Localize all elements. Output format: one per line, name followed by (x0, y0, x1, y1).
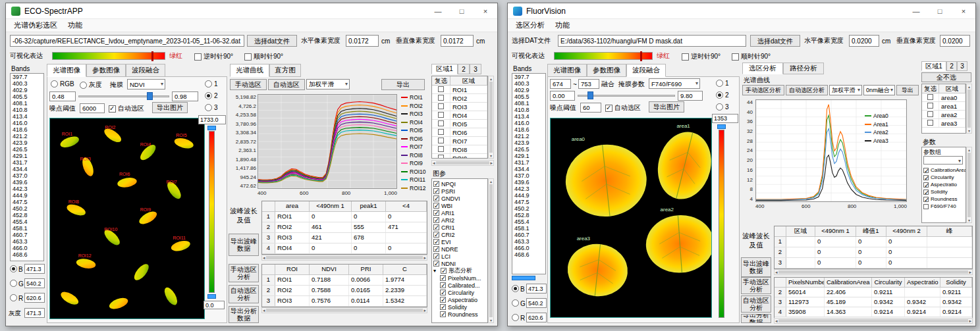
band-item[interactable]: 460.7 (512, 232, 545, 238)
index-checkbox[interactable] (433, 195, 439, 201)
table-row[interactable]: 1 ROI1 0 0 0 (262, 212, 427, 222)
scale-top-handle[interactable] (717, 124, 726, 129)
index-checkbox[interactable] (433, 246, 439, 252)
scale-max-value[interactable]: 1353 (712, 114, 738, 123)
auto-roi-analysis-button[interactable]: 自动选区分析 (786, 85, 828, 95)
band-item[interactable]: 431.7 (512, 159, 545, 166)
band-item[interactable]: 426.5 (512, 146, 545, 153)
channel-g-value[interactable]: 540.2 (24, 278, 45, 288)
roi-checkbox[interactable] (438, 129, 444, 135)
rotate-cw-option[interactable]: 顺时针90° (244, 52, 283, 61)
tab-histogram[interactable]: 直方图 (269, 64, 301, 77)
morphology-option[interactable]: Circularity (432, 289, 487, 296)
rotate-ccw-checkbox[interactable] (194, 53, 202, 61)
param-checkbox[interactable] (923, 182, 929, 188)
h-pixel-width-input[interactable] (346, 35, 379, 47)
analysis-table-hscrollbar[interactable]: ◂▸ (261, 307, 427, 313)
roi-row[interactable]: ROI4 (432, 111, 487, 120)
tab-band-fusion[interactable]: 波段融合 (126, 64, 165, 77)
spectral-plot[interactable] (258, 94, 397, 189)
auto-analysis-button[interactable]: 自动选区分析 (741, 295, 771, 313)
morphology-item-checkbox[interactable] (440, 275, 446, 281)
table-row[interactable]: 2 ROI2 0.7588 0.0165 2.2339 (262, 286, 427, 296)
gray-option[interactable]: 灰度 (80, 80, 102, 89)
roi-row[interactable]: ROI2 (432, 94, 487, 103)
tab-path-analysis[interactable]: 路径分析 (783, 63, 824, 74)
mode2-radio[interactable] (205, 92, 212, 99)
roi-row[interactable]: ROI8 (432, 145, 487, 154)
param-option[interactable]: Circularity (922, 174, 966, 181)
export-analysis-button[interactable]: 导出分析数据 (741, 314, 771, 323)
band-item[interactable]: 429.1 (512, 153, 545, 159)
table-row[interactable]: 3 112973 45.189 0.9342 0.9342 0.9342 (775, 297, 972, 307)
spectral-image-view[interactable]: ROI1ROI2ROI3ROI4ROI5ROI6ROI7ROI8ROI9ROI1… (49, 118, 205, 319)
rotate-cw-checkbox[interactable] (244, 53, 252, 61)
export-image-button[interactable]: 导出图片 (152, 102, 188, 113)
close-icon[interactable]: × (952, 3, 975, 18)
channel-r-value[interactable]: 620.6 (24, 293, 45, 303)
params-vscrollbar[interactable]: ▴▾ (966, 147, 972, 223)
colormap-marker[interactable] (151, 51, 153, 61)
roi-row[interactable]: ROI7 (432, 137, 487, 145)
channel-b-value[interactable]: 471.3 (526, 284, 547, 293)
table-row[interactable]: 1 0 0 0 (775, 237, 972, 247)
auto-roi-option[interactable]: 自动选区 (605, 103, 641, 113)
analysis-table[interactable]: ROI NDVI PRI C 1 ROI1 0.7188 0.0066 1.97… (261, 264, 427, 307)
tree-caret-icon[interactable]: ▾ (433, 268, 439, 274)
morphology-item-checkbox[interactable] (440, 297, 446, 303)
index-option[interactable]: WBI (432, 202, 487, 209)
close-icon[interactable]: × (474, 3, 497, 18)
index-option[interactable]: NPQI (432, 180, 487, 188)
auto-roi-checkbox[interactable] (109, 105, 116, 113)
roi-row[interactable]: ROI5 (432, 120, 487, 128)
band-item[interactable]: 400.3 (512, 80, 545, 87)
manual-analysis-button[interactable]: 手动选区分析 (741, 277, 771, 294)
band-item[interactable]: 397.7 (512, 74, 545, 80)
band-item[interactable]: 418.6 (11, 126, 43, 133)
roi-row[interactable]: ROI3 (432, 103, 487, 111)
morphology-option[interactable]: Calibrated... (432, 282, 487, 289)
channel-b-value[interactable]: 471.3 (24, 264, 45, 274)
index-option[interactable]: PSRI (432, 188, 487, 195)
area-row[interactable]: area3 (922, 119, 966, 128)
threshold-slider[interactable] (578, 91, 675, 100)
band-item[interactable]: 452.8 (11, 212, 43, 218)
h-pixel-width-input[interactable] (849, 35, 879, 47)
roi-table-hscrollbar[interactable]: ◂▸ (431, 160, 494, 166)
menu-pseudocolor-roi[interactable]: 光谱伪彩选区 (9, 19, 63, 32)
fluorescence-image-view[interactable]: area0area1area2area3 (550, 118, 712, 318)
tab-parameter-image[interactable]: 参数图像 (86, 64, 126, 77)
mode1-option[interactable]: 1 (716, 80, 729, 87)
band-item[interactable]: 442.3 (11, 186, 43, 192)
table-row[interactable]: 4 35908 14.363 0.9214 0.9214 0.9214 (775, 307, 972, 317)
band-item[interactable]: 444.9 (11, 192, 43, 199)
select-none-button[interactable]: 全不选 (921, 72, 971, 82)
peak-table-hscrollbar[interactable]: ◂▸ (261, 255, 427, 261)
mode3-radio[interactable] (716, 103, 723, 111)
index-checkbox[interactable] (433, 253, 439, 259)
band-item[interactable]: 468.6 (11, 251, 43, 258)
maximize-icon[interactable]: □ (928, 3, 952, 18)
roi-row[interactable]: ROI1 (432, 86, 487, 94)
mode2-radio[interactable] (716, 91, 723, 99)
param-option[interactable]: Roundness (922, 195, 966, 203)
channel-r-radio[interactable] (10, 294, 17, 301)
morphology-item-checkbox[interactable] (440, 311, 446, 317)
export-analysis-button[interactable]: 导出分析数据 (229, 306, 259, 323)
gray-value[interactable]: 471.3 (24, 308, 45, 318)
band-item[interactable]: 402.9 (512, 87, 545, 93)
manual-roi-analysis-button[interactable]: 手动选区分析 (742, 85, 784, 95)
band-item[interactable]: 463.3 (11, 238, 43, 245)
area-checkbox[interactable] (927, 94, 933, 100)
morphology-option[interactable]: Roundness (432, 311, 487, 318)
band-item[interactable]: 444.9 (512, 192, 545, 199)
band-item[interactable]: 405.5 (512, 93, 545, 100)
area-checkbox[interactable] (927, 120, 933, 126)
area-table-vscrollbar[interactable]: ▴▾ (966, 84, 972, 134)
peak-table[interactable]: area <490nm 1 peak1 <4 1 ROI1 0 0 0 2 RO… (261, 201, 427, 255)
band-item[interactable]: 431.7 (11, 159, 43, 166)
bands-list[interactable]: 397.7400.3402.9405.5408.1410.8413.4416.0… (512, 73, 546, 274)
roi-row[interactable]: ROI9 (432, 154, 487, 159)
mode2-option[interactable]: 2 (716, 91, 729, 99)
tab-region-3[interactable]: 3 (470, 64, 481, 74)
